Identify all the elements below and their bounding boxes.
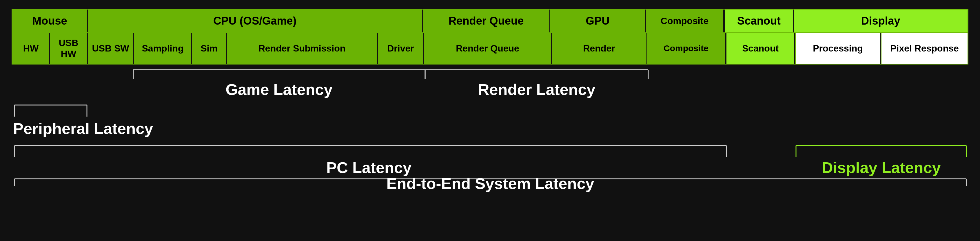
sub-usb-hw: USB HW (50, 33, 88, 63)
header-composite: Composite (646, 10, 724, 32)
latency-area: Game Latency Render Latency Peripheral L… (11, 67, 969, 189)
header-row: Mouse CPU (OS/Game) Render Queue GPU Com… (11, 9, 969, 33)
header-mouse: Mouse (13, 10, 88, 32)
header-gpu: GPU (550, 10, 646, 32)
header-display: Display (794, 10, 967, 32)
sub-row: HW USB HW USB SW Sampling Sim Render Sub… (11, 33, 969, 65)
svg-text:Render Latency: Render Latency (478, 81, 595, 98)
sub-sampling: Sampling (134, 33, 192, 63)
sub-usb-sw: USB SW (88, 33, 134, 63)
sub-driver: Driver (378, 33, 424, 63)
sub-scanout: Scanout (725, 33, 795, 63)
brackets-svg: Game Latency Render Latency Peripheral L… (11, 67, 969, 189)
sub-render-queue: Render Queue (424, 33, 552, 63)
sub-processing: Processing (795, 33, 881, 63)
header-scanout: Scanout (724, 10, 794, 32)
sub-sim: Sim (192, 33, 227, 63)
sub-hw: HW (13, 33, 50, 63)
main-container: Mouse CPU (OS/Game) Render Queue GPU Com… (0, 0, 980, 241)
svg-text:PC Latency: PC Latency (326, 159, 412, 176)
svg-text:Game Latency: Game Latency (226, 81, 332, 98)
sub-render-submission: Render Submission (227, 33, 378, 63)
sub-render: Render (552, 33, 648, 63)
svg-text:End-to-End System Latency: End-to-End System Latency (386, 175, 594, 192)
header-render-queue: Render Queue (423, 10, 550, 32)
sub-composite: Composite (648, 33, 725, 63)
svg-text:Peripheral Latency: Peripheral Latency (13, 120, 153, 137)
sub-pixel-response: Pixel Response (881, 33, 967, 63)
svg-text:Display Latency: Display Latency (821, 159, 940, 176)
header-cpu: CPU (OS/Game) (88, 10, 423, 32)
